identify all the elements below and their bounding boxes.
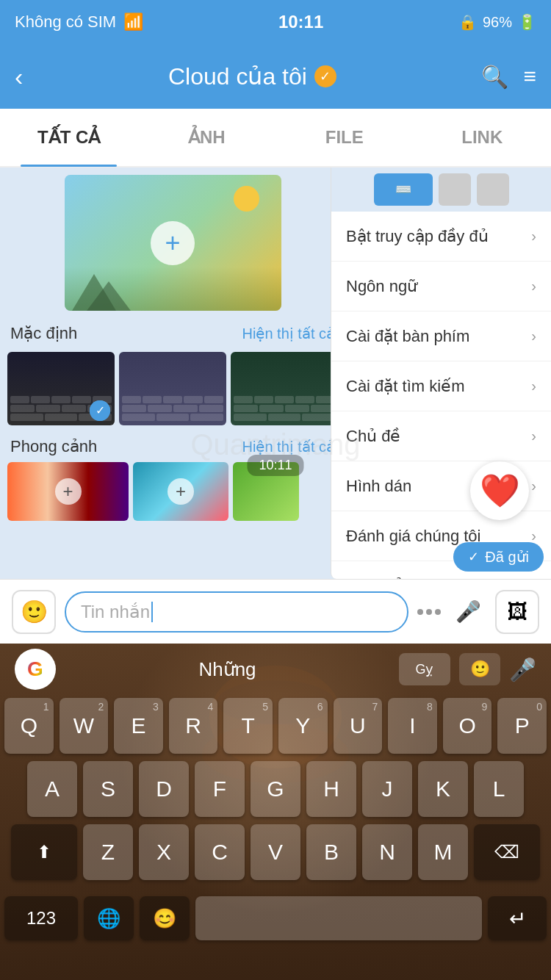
mic-button[interactable]: 🎤 <box>450 594 486 630</box>
message-input[interactable]: Tin nhắn <box>65 591 408 633</box>
dot-1 <box>417 609 423 615</box>
keyboard-thumb-3[interactable] <box>231 352 338 425</box>
nav-icons: 🔍 ≡ <box>481 64 536 90</box>
phong-canh-link[interactable]: Hiện thị tất cả <box>242 438 335 455</box>
mac-dinh-link[interactable]: Hiện thị tất cả <box>242 325 335 342</box>
heart-reaction[interactable]: ❤️ <box>470 461 529 520</box>
chevron-icon-3: › <box>531 328 536 345</box>
status-time: 10:11 <box>278 12 323 32</box>
keyboard-strip: ⌨️ <box>374 173 509 206</box>
tab-photo[interactable]: ẢNH <box>138 108 276 167</box>
key-123[interactable]: 123 <box>4 896 78 940</box>
key-Q[interactable]: 1Q <box>4 698 54 754</box>
keyboard-strip-btn3 <box>477 173 509 206</box>
key-X[interactable]: X <box>139 824 189 880</box>
key-C[interactable]: C <box>195 824 245 880</box>
key-P[interactable]: 0P <box>497 698 547 754</box>
backspace-key[interactable]: ⌫ <box>474 824 540 880</box>
landscape-thumb-2[interactable]: + <box>133 462 228 521</box>
translate-button[interactable]: Gỵ <box>399 653 450 685</box>
menu-item-theme[interactable]: Chủ đề › <box>331 411 551 461</box>
sticker-button[interactable]: 🙂 <box>459 653 500 685</box>
key-E[interactable]: 3E <box>114 698 163 754</box>
key-O[interactable]: 9O <box>443 698 492 754</box>
status-left: Không có SIM 📶 <box>15 12 143 32</box>
menu-item-language[interactable]: Ngôn ngữ › <box>331 262 551 311</box>
add-keyboard-thumb[interactable]: + <box>65 175 281 311</box>
key-L[interactable]: L <box>474 761 524 817</box>
dots-button[interactable] <box>417 609 441 615</box>
chevron-icon-1: › <box>531 228 536 245</box>
menu-item-keyboard-settings[interactable]: Cài đặt bàn phím › <box>331 311 551 361</box>
battery-icon: 🔋 <box>518 13 536 31</box>
key-V[interactable]: V <box>251 824 300 880</box>
menu-item-full-access[interactable]: Bật truy cập đầy đủ › <box>331 212 551 262</box>
landscape-thumb-1[interactable]: + <box>7 462 129 521</box>
key-M[interactable]: M <box>418 824 468 880</box>
send-label: Đã gửi <box>485 548 529 566</box>
dot-3 <box>435 609 441 615</box>
key-U[interactable]: 7U <box>334 698 383 754</box>
key-F[interactable]: F <box>195 761 245 817</box>
shift-key[interactable]: ⬆ <box>11 824 77 880</box>
keyboard-thumb-2[interactable] <box>119 352 226 425</box>
image-button[interactable]: 🖼 <box>495 590 539 634</box>
carrier-text: Không có SIM <box>15 12 116 32</box>
key-D[interactable]: D <box>139 761 189 817</box>
keyboard-grid: ✓ <box>7 352 338 425</box>
tab-all[interactable]: TẤT CẢ <box>0 108 138 167</box>
key-W[interactable]: 2W <box>60 698 109 754</box>
menu-item-search-settings[interactable]: Cài đặt tìm kiếm › <box>331 361 551 411</box>
add-icon[interactable]: + <box>151 221 195 265</box>
emoji-key[interactable]: 😊 <box>140 896 190 940</box>
return-key[interactable]: ↵ <box>488 896 547 940</box>
phong-canh-title: Phong cảnh <box>10 437 97 456</box>
keyboard-mic[interactable]: 🎤 <box>509 657 536 682</box>
nav-title-text: Cloud của tôi <box>168 62 307 90</box>
key-K[interactable]: K <box>418 761 468 817</box>
keyboard-row-1: 1Q 2W 3E 4R 5T 6Y 7U 8I 9O 0P <box>4 698 547 754</box>
globe-key[interactable]: 🌐 <box>84 896 134 940</box>
tabs-bar: TẤT CẢ ẢNH FILE LINK <box>0 109 551 167</box>
menu-icon[interactable]: ≡ <box>523 64 536 89</box>
key-J[interactable]: J <box>362 761 412 817</box>
nav-title-area: Cloud của tôi ✓ <box>168 62 336 90</box>
nav-bar: ‹ Cloud của tôi ✓ 🔍 ≡ <box>0 44 551 109</box>
mac-dinh-title: Mặc định <box>10 324 77 343</box>
status-right: 🔒 96% 🔋 <box>458 13 536 31</box>
key-S[interactable]: S <box>83 761 133 817</box>
key-I[interactable]: 8I <box>388 698 437 754</box>
key-N[interactable]: N <box>362 824 412 880</box>
keyboard-area: G Những Gỵ 🙂 🎤 1Q 2W 3E 4R 5T 6Y 7U 8I 9… <box>0 644 551 980</box>
key-A[interactable]: A <box>27 761 77 817</box>
tab-link[interactable]: LINK <box>414 108 552 167</box>
tab-file[interactable]: FILE <box>276 108 414 167</box>
search-icon[interactable]: 🔍 <box>481 64 508 90</box>
back-button[interactable]: ‹ <box>15 62 23 91</box>
key-Y[interactable]: 6Y <box>278 698 328 754</box>
landscape-add-2: + <box>168 478 194 505</box>
keyboard-strip-btn: ⌨️ <box>374 173 433 206</box>
chevron-icon-5: › <box>531 428 536 444</box>
key-B[interactable]: B <box>306 824 356 880</box>
keyboard-thumb-1[interactable]: ✓ <box>7 352 115 425</box>
key-R[interactable]: 4R <box>169 698 218 754</box>
space-key[interactable] <box>195 896 482 940</box>
key-H[interactable]: H <box>306 761 356 817</box>
thumb-image: + <box>65 175 281 311</box>
key-G[interactable]: G <box>251 761 300 817</box>
send-area[interactable]: ✓ Đã gửi <box>453 542 544 572</box>
emoji-button[interactable]: 🙂 <box>12 590 56 634</box>
key-T[interactable]: 5T <box>223 698 273 754</box>
keyboard-main: 1Q 2W 3E 4R 5T 6Y 7U 8I 9O 0P A S D F G … <box>0 695 551 890</box>
timestamp-bubble: 10:11 <box>247 455 303 476</box>
google-logo: G <box>15 649 56 690</box>
left-panel: + Mặc định Hiện thị tất cả ✓ <box>0 167 345 579</box>
text-cursor <box>151 602 153 622</box>
kb-inner-3 <box>231 352 338 425</box>
suggested-word[interactable]: Những <box>191 658 263 681</box>
keyboard-toolbar: G Những Gỵ 🙂 🎤 <box>0 644 551 695</box>
key-Z[interactable]: Z <box>83 824 133 880</box>
dot-2 <box>426 609 432 615</box>
keyboard-row-2: A S D F G H J K L <box>4 761 547 817</box>
